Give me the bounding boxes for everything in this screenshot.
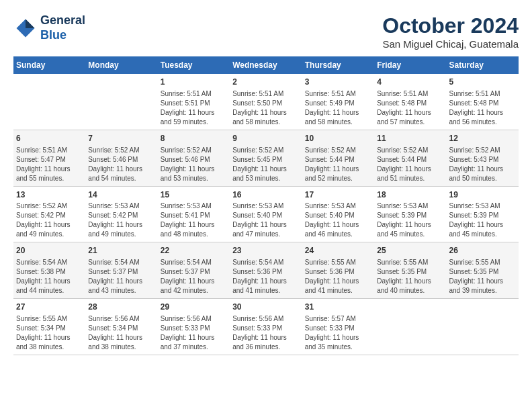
day-number: 10 xyxy=(305,133,371,144)
day-detail: Daylight: 11 hours and 44 minutes. xyxy=(16,277,83,295)
calendar-cell: 4Sunrise: 5:51 AMSunset: 5:48 PMDaylight… xyxy=(374,74,446,130)
day-detail: Sunset: 5:46 PM xyxy=(88,155,154,165)
calendar-cell: 21Sunrise: 5:54 AMSunset: 5:37 PMDayligh… xyxy=(85,242,157,299)
day-detail: Sunrise: 5:55 AM xyxy=(449,258,517,267)
calendar-cell: 3Sunrise: 5:51 AMSunset: 5:49 PMDaylight… xyxy=(302,74,374,130)
day-detail: Daylight: 11 hours and 55 minutes. xyxy=(16,165,83,183)
day-detail: Daylight: 11 hours and 41 minutes. xyxy=(305,277,371,295)
calendar-cell xyxy=(447,299,519,355)
day-detail: Daylight: 11 hours and 41 minutes. xyxy=(232,277,300,295)
day-detail: Daylight: 11 hours and 38 minutes. xyxy=(88,333,154,352)
day-detail: Sunset: 5:51 PM xyxy=(161,99,227,108)
day-number: 26 xyxy=(449,245,517,257)
calendar-cell: 5Sunrise: 5:51 AMSunset: 5:48 PMDaylight… xyxy=(447,74,519,130)
calendar-cell: 16Sunrise: 5:53 AMSunset: 5:40 PMDayligh… xyxy=(230,186,302,242)
day-detail: Daylight: 11 hours and 58 minutes. xyxy=(305,108,371,127)
day-detail: Daylight: 11 hours and 50 minutes. xyxy=(449,165,517,183)
day-detail: Sunrise: 5:52 AM xyxy=(232,146,300,155)
day-detail: Daylight: 11 hours and 37 minutes. xyxy=(161,333,227,352)
day-detail: Sunset: 5:40 PM xyxy=(305,211,371,220)
day-number: 1 xyxy=(161,77,227,88)
svg-marker-1 xyxy=(26,19,35,28)
calendar-cell: 27Sunrise: 5:55 AMSunset: 5:34 PMDayligh… xyxy=(13,299,85,355)
day-detail: Daylight: 11 hours and 58 minutes. xyxy=(232,108,300,127)
calendar-cell: 10Sunrise: 5:52 AMSunset: 5:44 PMDayligh… xyxy=(302,130,374,186)
day-number: 25 xyxy=(377,245,443,257)
day-detail: Sunrise: 5:54 AM xyxy=(88,258,154,267)
day-detail: Sunset: 5:46 PM xyxy=(161,155,227,165)
calendar-cell: 9Sunrise: 5:52 AMSunset: 5:45 PMDaylight… xyxy=(230,130,302,186)
calendar-cell: 14Sunrise: 5:53 AMSunset: 5:42 PMDayligh… xyxy=(85,186,157,242)
day-detail: Sunrise: 5:51 AM xyxy=(449,89,517,99)
day-number: 24 xyxy=(305,245,371,257)
day-detail: Sunset: 5:45 PM xyxy=(232,155,300,165)
day-number: 7 xyxy=(88,133,154,144)
logo-icon xyxy=(13,16,38,40)
day-number: 22 xyxy=(161,245,227,257)
calendar-cell: 15Sunrise: 5:53 AMSunset: 5:41 PMDayligh… xyxy=(158,186,230,242)
day-detail: Daylight: 11 hours and 52 minutes. xyxy=(305,165,371,183)
logo-general: General xyxy=(40,13,85,27)
day-detail: Sunrise: 5:54 AM xyxy=(232,258,300,267)
day-detail: Daylight: 11 hours and 49 minutes. xyxy=(88,220,154,239)
day-detail: Sunrise: 5:52 AM xyxy=(377,146,443,155)
day-detail: Daylight: 11 hours and 47 minutes. xyxy=(232,220,300,239)
day-detail: Sunset: 5:36 PM xyxy=(232,267,300,277)
day-detail: Sunrise: 5:54 AM xyxy=(161,258,227,267)
day-number: 9 xyxy=(232,133,300,144)
day-detail: Daylight: 11 hours and 45 minutes. xyxy=(377,220,443,239)
calendar-cell: 25Sunrise: 5:55 AMSunset: 5:35 PMDayligh… xyxy=(374,242,446,299)
day-detail: Sunrise: 5:53 AM xyxy=(377,201,443,211)
day-detail: Sunrise: 5:56 AM xyxy=(88,314,154,324)
day-detail: Daylight: 11 hours and 54 minutes. xyxy=(88,165,154,183)
day-detail: Daylight: 11 hours and 59 minutes. xyxy=(161,108,227,127)
day-number: 29 xyxy=(161,302,227,313)
day-detail: Sunset: 5:42 PM xyxy=(88,211,154,220)
week-row-1: 1Sunrise: 5:51 AMSunset: 5:51 PMDaylight… xyxy=(13,74,519,130)
day-detail: Sunset: 5:34 PM xyxy=(16,324,83,333)
day-detail: Sunrise: 5:55 AM xyxy=(305,258,371,267)
day-detail: Daylight: 11 hours and 42 minutes. xyxy=(161,277,227,295)
day-detail: Sunset: 5:33 PM xyxy=(232,324,300,333)
day-detail: Daylight: 11 hours and 56 minutes. xyxy=(449,108,517,127)
day-number: 11 xyxy=(377,133,443,144)
week-row-5: 27Sunrise: 5:55 AMSunset: 5:34 PMDayligh… xyxy=(13,299,519,355)
day-detail: Sunrise: 5:54 AM xyxy=(16,258,83,267)
day-detail: Sunrise: 5:51 AM xyxy=(377,89,443,99)
day-detail: Sunrise: 5:51 AM xyxy=(16,146,83,155)
day-number: 12 xyxy=(449,133,517,144)
calendar-cell: 2Sunrise: 5:51 AMSunset: 5:50 PMDaylight… xyxy=(230,74,302,130)
day-number: 19 xyxy=(449,189,517,201)
calendar-cell: 8Sunrise: 5:52 AMSunset: 5:46 PMDaylight… xyxy=(158,130,230,186)
day-number: 2 xyxy=(232,77,300,88)
day-detail: Daylight: 11 hours and 53 minutes. xyxy=(161,165,227,183)
day-detail: Sunset: 5:37 PM xyxy=(88,267,154,277)
day-detail: Sunset: 5:43 PM xyxy=(449,155,517,165)
col-header-saturday: Saturday xyxy=(447,56,519,74)
col-header-thursday: Thursday xyxy=(302,56,374,74)
day-number: 18 xyxy=(377,189,443,201)
location: San Miguel Chicaj, Guatemala xyxy=(382,38,519,50)
day-detail: Daylight: 11 hours and 43 minutes. xyxy=(88,277,154,295)
day-detail: Daylight: 11 hours and 35 minutes. xyxy=(305,333,371,352)
calendar-cell: 18Sunrise: 5:53 AMSunset: 5:39 PMDayligh… xyxy=(374,186,446,242)
day-detail: Sunset: 5:44 PM xyxy=(305,155,371,165)
page-header: General Blue October 2024 San Miguel Chi… xyxy=(13,13,519,50)
day-number: 6 xyxy=(16,133,83,144)
day-number: 14 xyxy=(88,189,154,201)
calendar-table: SundayMondayTuesdayWednesdayThursdayFrid… xyxy=(13,56,519,355)
col-header-monday: Monday xyxy=(85,56,157,74)
day-detail: Daylight: 11 hours and 57 minutes. xyxy=(377,108,443,127)
day-detail: Sunrise: 5:51 AM xyxy=(161,89,227,99)
calendar-cell: 6Sunrise: 5:51 AMSunset: 5:47 PMDaylight… xyxy=(13,130,85,186)
day-number: 5 xyxy=(449,77,517,88)
calendar-cell: 24Sunrise: 5:55 AMSunset: 5:36 PMDayligh… xyxy=(302,242,374,299)
calendar-cell: 7Sunrise: 5:52 AMSunset: 5:46 PMDaylight… xyxy=(85,130,157,186)
day-detail: Sunrise: 5:53 AM xyxy=(449,201,517,211)
calendar-cell: 29Sunrise: 5:56 AMSunset: 5:33 PMDayligh… xyxy=(158,299,230,355)
calendar-cell xyxy=(374,299,446,355)
day-detail: Sunrise: 5:53 AM xyxy=(88,201,154,211)
month-title: October 2024 xyxy=(382,13,519,38)
day-detail: Sunset: 5:36 PM xyxy=(305,267,371,277)
day-detail: Daylight: 11 hours and 36 minutes. xyxy=(232,333,300,352)
